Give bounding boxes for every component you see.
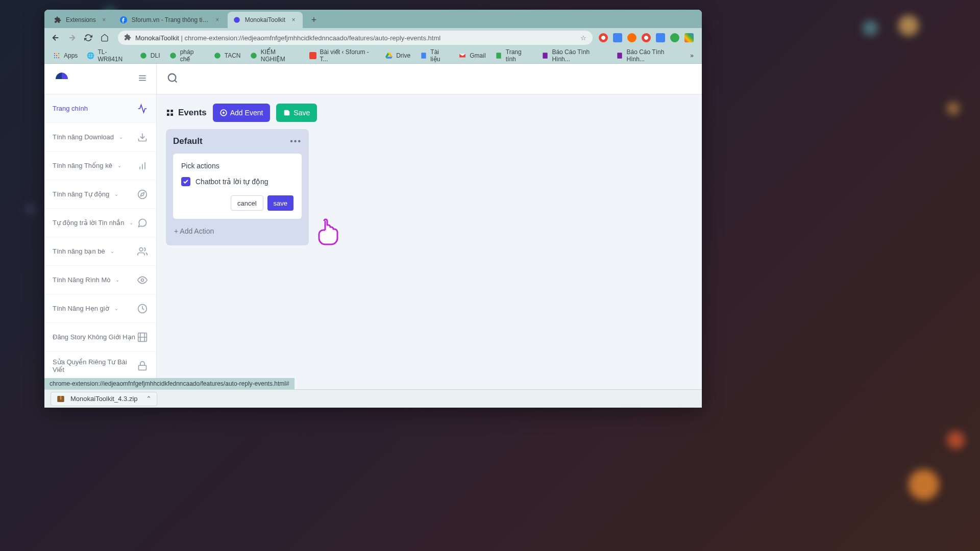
ext-icon-5[interactable] xyxy=(656,33,665,42)
save-button[interactable]: save xyxy=(267,195,293,211)
bookmark-item[interactable]: Trang tính xyxy=(491,46,536,65)
bookmarks-bar: Apps 🌐TL-WR841N DLI pháp chế TACN KIỂM N… xyxy=(44,47,702,64)
sidebar-item-download[interactable]: Tính năng Download⌄ xyxy=(44,123,156,152)
svg-rect-19 xyxy=(617,53,622,59)
message-icon xyxy=(137,217,148,229)
bookmark-apps[interactable]: Apps xyxy=(48,49,82,62)
ext-icon-6[interactable] xyxy=(670,33,679,42)
forward-button[interactable] xyxy=(65,31,79,45)
app-icon xyxy=(233,16,241,24)
bookmarks-overflow[interactable]: » xyxy=(686,50,698,61)
close-icon[interactable]: × xyxy=(213,16,222,24)
new-tab-button[interactable]: + xyxy=(307,13,321,27)
puzzle-icon xyxy=(54,16,62,24)
bookmark-item[interactable]: Báo Cáo Tình Hình... xyxy=(611,46,685,65)
svg-rect-35 xyxy=(139,365,146,370)
reload-button[interactable] xyxy=(81,31,95,45)
address-bar[interactable]: MonokaiToolkit | chrome-extension://iedj… xyxy=(118,31,593,45)
action-checkbox[interactable] xyxy=(181,177,190,186)
events-title: Events xyxy=(166,108,207,118)
bookmark-item[interactable]: 🌐TL-WR841N xyxy=(83,46,134,65)
download-icon xyxy=(137,132,148,143)
facebook-icon xyxy=(119,16,128,24)
chevron-down-icon: ⌄ xyxy=(114,306,118,311)
chat-icon xyxy=(169,52,177,60)
sidebar-item-home[interactable]: Trang chính xyxy=(44,94,156,123)
sforum-icon xyxy=(309,52,316,60)
main-header xyxy=(157,64,702,94)
svg-point-10 xyxy=(58,57,59,58)
sidebar-item-privacy[interactable]: Sửa Quyền Riêng Tư Bài Viết xyxy=(44,352,156,380)
sidebar-item-stats[interactable]: Tính năng Thống kê⌄ xyxy=(44,152,156,180)
tab-title: Sforum.vn - Trang thông tin công xyxy=(132,16,209,23)
card-title: Default xyxy=(173,136,203,146)
extension-icons xyxy=(599,33,698,42)
tab-sforum[interactable]: Sforum.vn - Trang thông tin công × xyxy=(114,12,227,28)
menu-toggle-icon[interactable] xyxy=(138,73,147,85)
sidebar-header xyxy=(44,64,156,94)
status-url: chrome-extension://iedjeaomfnfgefjmhhcid… xyxy=(50,380,289,387)
search-icon[interactable] xyxy=(167,72,178,86)
card-menu-icon[interactable]: ••• xyxy=(290,137,302,146)
lock-icon xyxy=(137,360,148,371)
sidebar-item-story[interactable]: Đăng Story Không Giới Hạn xyxy=(44,323,156,352)
chat-icon xyxy=(250,52,258,60)
tab-title: Extensions xyxy=(66,16,96,23)
chevron-up-icon[interactable]: ⌃ xyxy=(146,395,152,403)
bookmark-item[interactable]: Tài liệu xyxy=(415,46,453,65)
close-icon[interactable]: × xyxy=(100,16,108,24)
forms-icon xyxy=(616,52,623,60)
url-text: MonokaiToolkit | chrome-extension://iedj… xyxy=(135,34,440,42)
svg-point-9 xyxy=(56,57,57,58)
close-icon[interactable]: × xyxy=(289,16,298,24)
svg-rect-46 xyxy=(60,396,62,400)
svg-point-36 xyxy=(168,73,176,81)
bookmark-item[interactable]: Báo Cáo Tình Hình... xyxy=(537,46,610,65)
sidebar-item-schedule[interactable]: Tính Năng Hẹn giờ⌄ xyxy=(44,294,156,323)
sidebar-item-autoreply[interactable]: Tự động trả lời Tin nhắn⌄ xyxy=(44,209,156,237)
svg-point-1 xyxy=(234,17,240,23)
back-button[interactable] xyxy=(48,31,63,45)
event-card-default: Default ••• Pick actions Chatbot trả lời… xyxy=(166,129,309,245)
bookmark-item[interactable]: Gmail xyxy=(454,49,489,62)
bookmark-item[interactable]: Bài viết ‹ Sforum - T... xyxy=(305,46,380,65)
bookmark-item[interactable]: KIỂM NGHIỆM xyxy=(246,46,304,65)
add-event-button[interactable]: Add Event xyxy=(213,104,271,122)
ext-icon-2[interactable] xyxy=(613,33,622,42)
pick-actions-box: Pick actions Chatbot trả lời tự động can… xyxy=(173,154,302,219)
svg-point-8 xyxy=(54,57,55,58)
action-buttons: cancel save xyxy=(181,195,293,211)
svg-point-7 xyxy=(58,55,59,56)
svg-rect-40 xyxy=(167,113,169,116)
chat-icon xyxy=(213,52,222,60)
sidebar-item-friends[interactable]: Tính năng bạn bè⌄ xyxy=(44,237,156,266)
svg-marker-27 xyxy=(140,192,144,196)
home-button[interactable] xyxy=(97,31,112,45)
plus-circle-icon xyxy=(220,109,227,116)
svg-rect-18 xyxy=(543,53,547,59)
bookmark-item[interactable]: Drive xyxy=(381,49,414,62)
eye-icon xyxy=(137,274,148,286)
check-icon xyxy=(183,179,189,185)
ext-icon-1[interactable] xyxy=(599,33,608,42)
bookmark-item[interactable]: TACN xyxy=(209,49,245,62)
star-icon[interactable]: ☆ xyxy=(580,34,586,42)
download-filename: MonokaiToolkit_4.3.zip xyxy=(70,395,138,403)
cancel-button[interactable]: cancel xyxy=(231,195,263,211)
ext-icon-3[interactable] xyxy=(627,33,636,42)
sidebar-item-auto[interactable]: Tính năng Tự động⌄ xyxy=(44,180,156,209)
chevron-down-icon: ⌄ xyxy=(115,277,119,283)
add-action-button[interactable]: + Add Action xyxy=(173,224,302,238)
chevron-down-icon: ⌄ xyxy=(119,134,123,140)
ext-icon-4[interactable] xyxy=(642,33,651,42)
save-icon xyxy=(283,109,290,116)
save-events-button[interactable]: Save xyxy=(276,104,317,122)
sidebar-item-stalk[interactable]: Tính Năng Rình Mò⌄ xyxy=(44,266,156,294)
tab-monokai[interactable]: MonokaiToolkit × xyxy=(228,12,303,28)
ext-icon-7[interactable] xyxy=(684,33,694,42)
bookmark-item[interactable]: pháp chế xyxy=(165,46,208,65)
bookmark-item[interactable]: DLI xyxy=(135,49,164,62)
download-item[interactable]: MonokaiToolkit_4.3.zip ⌃ xyxy=(51,392,157,406)
clock-icon xyxy=(137,303,148,314)
tab-extensions[interactable]: Extensions × xyxy=(48,12,113,28)
